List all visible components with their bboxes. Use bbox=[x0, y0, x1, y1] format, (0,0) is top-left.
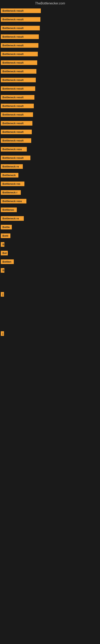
list-item: Bottlen bbox=[1, 258, 100, 266]
bottleneck-result-label: Bottleneck result bbox=[1, 112, 33, 117]
bottleneck-result-label: Bottleneck res bbox=[1, 182, 24, 186]
bottleneck-result-label: Bottleneck result bbox=[1, 8, 41, 13]
list-item: Bottle bbox=[1, 224, 100, 231]
list-item: Bottleneck bbox=[1, 172, 100, 179]
list-item bbox=[1, 300, 100, 306]
list-item: Bottleneck result bbox=[1, 86, 100, 92]
list-item: Bottleneck result bbox=[1, 8, 100, 15]
bottleneck-result-label: Bottleneck result bbox=[1, 78, 36, 82]
bottleneck-result-label: Bottleneck result bbox=[1, 130, 32, 134]
list-item bbox=[1, 308, 100, 314]
items-container: Bottleneck resultBottleneck resultBottle… bbox=[0, 7, 100, 338]
bottleneck-result-label: Bottleneck bbox=[1, 173, 18, 178]
list-item: Bottleneck res bbox=[1, 181, 100, 188]
list-item: Bottleneck result bbox=[1, 77, 100, 84]
list-item: Bot bbox=[1, 250, 100, 257]
bottleneck-result-label: Bottleneck result bbox=[1, 121, 32, 126]
list-item: Bottleneck resu bbox=[1, 198, 100, 205]
bottleneck-result-label: Bottleneck result bbox=[1, 138, 31, 143]
list-item: Bottleneck re bbox=[1, 164, 100, 170]
bottleneck-result-label: | bbox=[1, 331, 4, 336]
list-item: Bottleneck re bbox=[1, 215, 100, 222]
bottleneck-result-label: | bbox=[1, 292, 4, 297]
bottleneck-result-label: Bottleneck result bbox=[1, 43, 38, 48]
list-item: B bbox=[1, 241, 100, 248]
bottleneck-result-label: Bot bbox=[1, 251, 8, 256]
list-item: Bottleneck result bbox=[1, 129, 100, 136]
bottleneck-result-label: Bottleneck result bbox=[1, 60, 37, 65]
list-item: Bottleneck result bbox=[1, 34, 100, 41]
bottleneck-result-label: B bbox=[1, 242, 4, 247]
list-item: Bottleneck r bbox=[1, 190, 100, 196]
list-item: Bottleneck result bbox=[1, 155, 100, 162]
list-item: | bbox=[1, 291, 100, 298]
bottleneck-result-label: Bottleneck re bbox=[1, 216, 24, 221]
bottleneck-result-label: Bottle bbox=[1, 225, 12, 230]
list-item: Bottleneck result bbox=[1, 51, 100, 58]
list-item: Bottlenec bbox=[1, 207, 100, 214]
bottleneck-result-label: B bbox=[1, 268, 4, 273]
list-item: Bottleneck result bbox=[1, 103, 100, 110]
bottleneck-result-label: Bottleneck result bbox=[1, 34, 39, 39]
bottleneck-result-label: Bottleneck result bbox=[1, 52, 38, 56]
list-item: | bbox=[1, 330, 100, 338]
list-item: Bottleneck result bbox=[1, 138, 100, 144]
bottleneck-result-label: Bottlen bbox=[1, 260, 14, 264]
list-item: Bottleneck result bbox=[1, 16, 100, 23]
list-item: Bottl bbox=[1, 233, 100, 240]
bottleneck-result-label: Bottleneck result bbox=[1, 17, 40, 22]
bottleneck-result-label: Bottl bbox=[1, 234, 10, 238]
list-item: Bottleneck result bbox=[1, 42, 100, 49]
bottleneck-result-label: Bottleneck resu bbox=[1, 199, 26, 204]
bottleneck-result-label: Bottleneck result bbox=[1, 26, 40, 30]
list-item: Bottleneck resu bbox=[1, 146, 100, 153]
bottleneck-result-label: Bottleneck re bbox=[1, 164, 23, 169]
bottleneck-result-label: Bottleneck result bbox=[1, 69, 36, 74]
site-title: TheBottlenecker.com bbox=[0, 0, 100, 7]
bottleneck-result-label: Bottleneck result bbox=[1, 156, 30, 160]
list-item: Bottleneck result bbox=[1, 60, 100, 66]
list-item: Bottleneck result bbox=[1, 120, 100, 127]
list-item: Bottleneck result bbox=[1, 112, 100, 118]
bottleneck-result-label: Bottleneck result bbox=[1, 86, 35, 91]
list-item: Bottleneck result bbox=[1, 25, 100, 32]
list-item bbox=[1, 323, 100, 329]
list-item: Bottleneck result bbox=[1, 94, 100, 101]
bottleneck-result-label: Bottleneck result bbox=[1, 95, 34, 100]
list-item: Bottleneck result bbox=[1, 68, 100, 75]
list-item bbox=[1, 315, 100, 321]
list-item: B bbox=[1, 267, 100, 274]
bottleneck-result-label: Bottleneck resu bbox=[1, 147, 27, 152]
bottleneck-result-label: Bottlenec bbox=[1, 208, 17, 212]
list-item bbox=[1, 284, 100, 290]
bottleneck-result-label: Bottleneck result bbox=[1, 104, 34, 108]
bottleneck-result-label: Bottleneck r bbox=[1, 190, 21, 195]
list-item bbox=[1, 276, 100, 282]
